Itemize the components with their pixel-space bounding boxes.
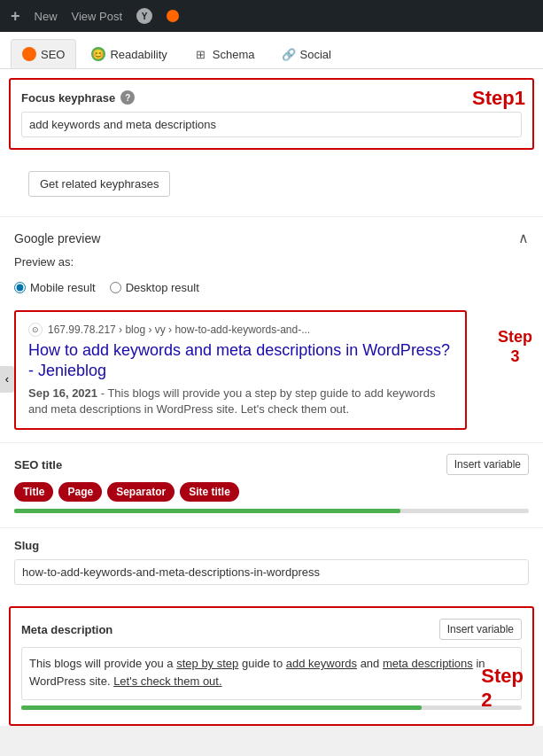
meta-description-section: Meta description Insert variable This bl…: [9, 606, 534, 726]
meta-description-text[interactable]: This blogs will provide you a step by st…: [21, 647, 522, 700]
seo-title-section: SEO title Insert variable Title Page Sep…: [0, 442, 543, 527]
tab-readability-label: Readability: [110, 48, 167, 61]
seo-title-tag-separator[interactable]: Separator: [107, 482, 175, 502]
seo-title-progress-bar: [14, 509, 400, 513]
seo-title-label: SEO title: [14, 458, 62, 472]
meta-desc-part-6: meta descriptions: [383, 657, 473, 670]
meta-desc-part-1: This blogs will provide you a: [29, 657, 176, 670]
meta-desc-part-8: Let's check them out.: [113, 674, 221, 688]
tab-readability[interactable]: 😊 Readability: [80, 39, 178, 68]
meta-desc-part-4: add keywords: [286, 657, 357, 670]
seo-title-progress-bar-container: [14, 509, 529, 513]
tab-schema[interactable]: ⊞ Schema: [182, 39, 267, 68]
notification-dot: [167, 10, 179, 22]
tab-seo-label: SEO: [41, 48, 65, 61]
desktop-result-radio[interactable]: [110, 282, 121, 293]
focus-keyphrase-input[interactable]: [21, 112, 522, 137]
google-preview-result-box: ⊙ 167.99.78.217 › blog › vy › how-to-add…: [14, 310, 467, 430]
slug-label: Slug: [14, 539, 529, 552]
schema-grid-icon: ⊞: [194, 47, 208, 61]
focus-keyphrase-help-icon[interactable]: ?: [120, 90, 135, 105]
seo-title-tag-site-title[interactable]: Site title: [180, 482, 239, 502]
google-preview-header: Google preview ∧: [0, 216, 543, 255]
meta-description-header: Meta description Insert variable: [21, 619, 522, 640]
preview-title-link[interactable]: How to add keywords and meta description…: [28, 340, 453, 382]
seo-title-tag-title[interactable]: Title: [14, 482, 53, 502]
meta-description-progress-bar-container: [21, 705, 522, 710]
seo-dot-icon: [22, 47, 36, 61]
meta-desc-part-5: and: [357, 657, 383, 670]
tab-seo[interactable]: SEO: [11, 39, 76, 68]
preview-date: Sep 16, 2021: [28, 386, 97, 400]
view-post-label: View Post: [72, 10, 123, 23]
slug-input[interactable]: [14, 559, 529, 585]
slug-section: Slug: [0, 527, 543, 596]
main-content: ‹ SEO 😊 Readability ⊞ Schema 🔗 Social: [0, 32, 543, 726]
tabs-bar: SEO 😊 Readability ⊞ Schema 🔗 Social: [0, 32, 543, 69]
preview-url-line: ⊙ 167.99.78.217 › blog › vy › how-to-add…: [28, 323, 453, 337]
mobile-result-option[interactable]: Mobile result: [14, 281, 96, 294]
focus-keyphrase-box: Focus keyphrase ?: [9, 78, 534, 150]
seo-title-header: SEO title Insert variable: [14, 454, 529, 475]
focus-keyphrase-section: Focus keyphrase ? Step1: [0, 78, 543, 150]
readability-smiley-icon: 😊: [91, 47, 105, 61]
mobile-result-radio[interactable]: [14, 282, 26, 293]
meta-desc-part-3: guide to: [238, 657, 286, 670]
preview-as-label: Preview as:: [0, 255, 543, 276]
meta-description-label: Meta description: [21, 623, 112, 636]
tab-social[interactable]: 🔗 Social: [270, 39, 343, 68]
focus-keyphrase-label: Focus keyphrase ?: [21, 90, 522, 105]
meta-desc-part-2: step by step: [176, 657, 238, 670]
step2-label: Step2: [481, 665, 524, 712]
step3-label: Step3: [498, 328, 532, 366]
step1-label: Step1: [472, 87, 525, 110]
yoast-icon[interactable]: Y: [136, 8, 152, 24]
social-share-icon: 🔗: [282, 47, 296, 61]
get-related-keyphrases-button[interactable]: Get related keyphrases: [28, 171, 170, 197]
preview-favicon-icon: ⊙: [28, 323, 43, 337]
get-related-section: Get related keyphrases: [0, 159, 543, 216]
view-post-item[interactable]: View Post: [72, 10, 123, 23]
new-label: New: [35, 10, 58, 23]
top-bar: + New View Post Y: [0, 0, 543, 32]
desktop-result-option[interactable]: Desktop result: [110, 281, 199, 294]
tab-schema-label: Schema: [213, 48, 255, 61]
new-menu-item[interactable]: New: [35, 10, 58, 23]
meta-description-progress-bar: [21, 705, 422, 710]
google-preview-collapse-icon[interactable]: ∧: [518, 230, 529, 246]
new-plus-icon: +: [11, 8, 20, 24]
preview-url-text: 167.99.78.217 › blog › vy › how-to-add-k…: [48, 323, 310, 336]
seo-title-insert-variable-button[interactable]: Insert variable: [446, 454, 529, 475]
seo-title-tag-page[interactable]: Page: [58, 482, 102, 502]
preview-description: Sep 16, 2021 - This blogs will provide y…: [28, 386, 453, 417]
preview-mode-radio-group: Mobile result Desktop result: [0, 276, 543, 303]
tab-social-label: Social: [300, 48, 331, 61]
google-preview-title: Google preview: [14, 231, 100, 246]
seo-title-tags: Title Page Separator Site title: [14, 482, 529, 502]
meta-description-wrapper: Meta description Insert variable This bl…: [0, 606, 543, 726]
meta-description-insert-variable-button[interactable]: Insert variable: [439, 619, 522, 640]
